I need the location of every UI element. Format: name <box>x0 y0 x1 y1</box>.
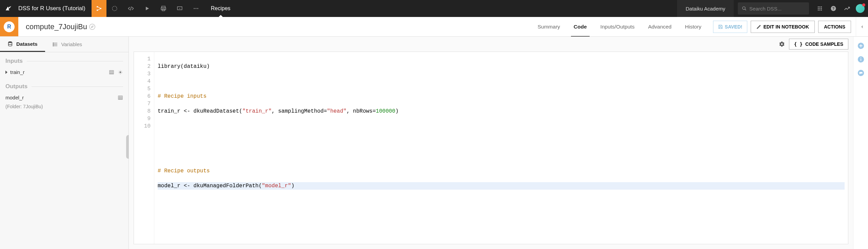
svg-rect-20 <box>821 9 822 11</box>
chat-icon[interactable] <box>857 69 865 77</box>
right-rail <box>853 37 868 249</box>
global-search[interactable] <box>738 2 809 15</box>
braces-icon: { } <box>794 41 803 47</box>
recipe-name[interactable]: compute_7JoujiBu <box>18 17 101 36</box>
output-item[interactable]: model_r <box>0 92 129 103</box>
compass-icon[interactable] <box>88 23 96 31</box>
svg-point-3 <box>112 6 117 11</box>
svg-rect-12 <box>818 6 819 7</box>
recipe-header: R compute_7JoujiBu Summary Code Inputs/O… <box>0 17 868 37</box>
activity-icon[interactable] <box>840 0 854 17</box>
input-item[interactable]: train_r <box>0 66 129 78</box>
svg-rect-29 <box>118 96 122 99</box>
print-nav-icon[interactable] <box>155 0 172 17</box>
search-input[interactable] <box>749 6 805 12</box>
svg-rect-32 <box>861 59 861 61</box>
svg-point-11 <box>743 7 745 9</box>
svg-point-25 <box>53 43 54 43</box>
edit-notebook-label: EDIT IN NOTEBOOK <box>763 24 809 30</box>
svg-point-24 <box>8 41 12 43</box>
code-samples-button[interactable]: { } CODE SAMPLES <box>789 39 848 50</box>
code-content[interactable]: library(dataiku) # Recipe inputs train_r… <box>154 52 848 244</box>
svg-point-8 <box>194 8 195 9</box>
info-icon[interactable] <box>857 56 865 63</box>
left-panel-tabs: Datasets Variables <box>0 37 129 52</box>
svg-rect-28 <box>110 70 114 74</box>
add-icon[interactable] <box>857 42 865 50</box>
svg-rect-18 <box>818 9 819 11</box>
outputs-section-title: Outputs <box>0 78 129 92</box>
svg-rect-17 <box>821 8 822 9</box>
action-buttons: SAVED! EDIT IN NOTEBOOK ACTIONS <box>708 17 856 36</box>
expand-triangle-icon[interactable] <box>5 71 7 74</box>
recipe-type-badge: R <box>0 17 18 36</box>
svg-point-26 <box>53 44 54 45</box>
svg-point-33 <box>860 57 861 58</box>
gear-icon[interactable] <box>118 70 123 75</box>
tab-history[interactable]: History <box>678 17 708 36</box>
svg-rect-13 <box>820 6 821 7</box>
left-panel: Datasets Variables Inputs train_r Output… <box>0 37 129 249</box>
search-icon <box>742 6 747 11</box>
project-title[interactable]: DSS for R Users (Tutorial) <box>17 5 92 12</box>
notification-dot <box>862 3 865 6</box>
output-item-actions <box>118 95 123 100</box>
output-item-subtitle: (Folder: 7JoujiBu) <box>0 103 129 113</box>
body: Datasets Variables Inputs train_r Output… <box>0 37 868 249</box>
editor-toolbar: { } CODE SAMPLES <box>129 37 853 52</box>
play-nav-icon[interactable] <box>139 0 155 17</box>
input-item-name: train_r <box>10 69 109 75</box>
tab-summary[interactable]: Summary <box>531 17 567 36</box>
svg-rect-19 <box>820 9 821 11</box>
user-avatar[interactable] <box>856 4 865 13</box>
svg-rect-14 <box>821 6 822 7</box>
top-bar: DSS for R Users (Tutorial) Recipes Datai… <box>0 0 868 17</box>
edit-in-notebook-button[interactable]: EDIT IN NOTEBOOK <box>751 21 815 33</box>
help-icon[interactable]: ? <box>827 0 840 17</box>
table-icon[interactable] <box>118 95 123 100</box>
svg-text:?: ? <box>832 6 834 11</box>
svg-point-23 <box>90 24 95 30</box>
line-number-gutter: 1 2 3 4 5 6 7 8 9 10 <box>134 52 154 244</box>
breadcrumb-current[interactable]: Recipes <box>204 5 237 12</box>
datasets-tab-label: Datasets <box>16 41 38 47</box>
pencil-icon <box>756 24 761 29</box>
variables-tab[interactable]: Variables <box>45 37 90 52</box>
academy-link[interactable]: Dataiku Academy <box>677 0 734 17</box>
circle-nav-icon[interactable] <box>106 0 123 17</box>
collapse-right-icon[interactable] <box>856 17 868 36</box>
input-item-actions <box>109 70 123 75</box>
output-item-name: model_r <box>5 95 118 100</box>
tab-advanced[interactable]: Advanced <box>641 17 678 36</box>
flow-button[interactable] <box>92 0 106 17</box>
svg-point-9 <box>195 8 196 9</box>
datasets-tab[interactable]: Datasets <box>0 37 45 52</box>
editor-settings-icon[interactable] <box>779 41 785 47</box>
more-nav-icon[interactable] <box>188 0 204 17</box>
screen-nav-icon[interactable] <box>172 0 188 17</box>
inputs-section-title: Inputs <box>0 52 129 66</box>
recipe-name-text: compute_7JoujiBu <box>26 22 87 31</box>
inputs-title-text: Inputs <box>5 58 23 64</box>
editor-area: { } CODE SAMPLES 1 2 3 4 5 6 7 8 9 10 li… <box>129 37 853 249</box>
svg-point-10 <box>197 8 198 9</box>
table-icon[interactable] <box>109 70 114 75</box>
topbar-right-icons: ? <box>813 0 868 17</box>
dataiku-logo-icon[interactable] <box>0 5 17 12</box>
top-nav-icons <box>106 0 204 17</box>
tab-code[interactable]: Code <box>567 17 594 36</box>
code-samples-label: CODE SAMPLES <box>805 41 843 47</box>
datasets-icon <box>7 41 13 46</box>
apps-icon[interactable] <box>813 0 827 17</box>
tab-io[interactable]: Inputs/Outputs <box>594 17 642 36</box>
recipe-tabs: Summary Code Inputs/Outputs Advanced His… <box>531 17 708 36</box>
r-badge-icon: R <box>4 21 15 32</box>
svg-rect-15 <box>818 8 819 9</box>
svg-point-27 <box>53 45 54 46</box>
outputs-title-text: Outputs <box>5 83 27 90</box>
actions-button[interactable]: ACTIONS <box>818 21 851 33</box>
code-nav-icon[interactable] <box>123 0 139 17</box>
save-icon <box>718 24 723 29</box>
code-editor[interactable]: 1 2 3 4 5 6 7 8 9 10 library(dataiku) # … <box>134 52 848 244</box>
svg-rect-16 <box>820 8 821 9</box>
